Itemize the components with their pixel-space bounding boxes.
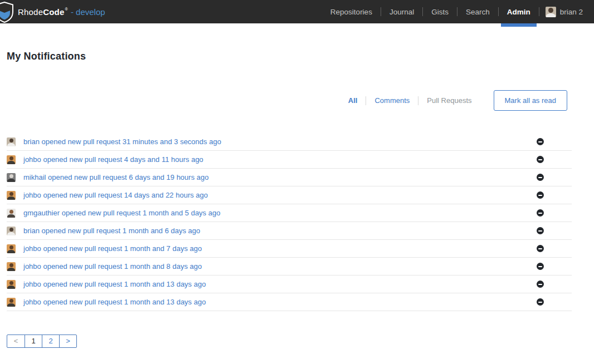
notification-link[interactable]: mikhail opened new pull request 6 days a… <box>23 173 208 181</box>
notification-row: mikhail opened new pull request 6 days a… <box>7 169 572 186</box>
nav-separator <box>539 7 539 16</box>
notification-row: johbo opened new pull request 1 month an… <box>7 276 572 293</box>
mark-all-as-read-button[interactable]: Mark all as read <box>494 90 567 111</box>
dismiss-notification-button[interactable] <box>537 227 544 234</box>
nav-item-journal[interactable]: Journal <box>387 0 416 23</box>
dismiss-notification-button[interactable] <box>537 156 544 163</box>
notification-row: johbo opened new pull request 14 days an… <box>7 186 572 204</box>
rhodecode-logo-icon <box>0 0 14 23</box>
minus-circle-icon <box>537 298 544 306</box>
filter-comments[interactable]: Comments <box>374 96 410 105</box>
avatar <box>7 191 16 200</box>
dismiss-notification-button[interactable] <box>537 138 544 145</box>
nav-separator <box>498 7 499 16</box>
notification-row: johbo opened new pull request 1 month an… <box>7 240 572 258</box>
avatar <box>7 137 16 146</box>
nav-separator <box>457 7 457 16</box>
notification-row: johbo opened new pull request 1 month an… <box>7 293 572 311</box>
notification-link[interactable]: johbo opened new pull request 1 month an… <box>23 280 206 288</box>
notification-link[interactable]: johbo opened new pull request 1 month an… <box>23 298 206 306</box>
pagination-next[interactable]: > <box>59 335 76 347</box>
pagination-page-2[interactable]: 2 <box>42 335 59 347</box>
filter-pull-requests[interactable]: Pull Requests <box>427 96 471 105</box>
nav-item-repositories[interactable]: Repositories <box>328 0 374 23</box>
top-navbar: RhodeCode® - develop Repositories Journa… <box>0 0 594 23</box>
filter-all[interactable]: All <box>348 96 358 105</box>
pagination: < 1 2 > <box>7 335 77 348</box>
nav-item-admin[interactable]: Admin <box>505 0 533 23</box>
notification-link[interactable]: johbo opened new pull request 4 days and… <box>23 155 203 164</box>
minus-circle-icon <box>537 209 544 217</box>
main-navigation: Repositories Journal Gists Search Admin … <box>328 0 583 23</box>
dismiss-notification-button[interactable] <box>537 298 544 306</box>
pagination-page-1[interactable]: 1 <box>25 335 42 347</box>
dismiss-notification-button[interactable] <box>537 209 544 217</box>
notification-link[interactable]: brian opened new pull request 31 minutes… <box>23 137 221 146</box>
nav-separator <box>381 7 381 16</box>
nav-separator <box>422 7 423 16</box>
user-avatar <box>546 7 556 17</box>
dismiss-notification-button[interactable] <box>537 191 544 199</box>
notification-link[interactable]: johbo opened new pull request 1 month an… <box>23 262 202 270</box>
notification-row: brian opened new pull request 31 minutes… <box>7 133 572 151</box>
notification-link[interactable]: gmgauthier opened new pull request 1 mon… <box>23 209 220 217</box>
avatar <box>7 298 16 307</box>
notification-row: johbo opened new pull request 4 days and… <box>7 151 572 169</box>
dismiss-notification-button[interactable] <box>537 174 544 181</box>
avatar <box>7 262 16 271</box>
avatar <box>7 155 16 164</box>
minus-circle-icon <box>537 138 544 145</box>
notification-link[interactable]: johbo opened new pull request 14 days an… <box>23 191 208 199</box>
user-name: brian 2 <box>560 8 583 16</box>
minus-circle-icon <box>537 174 544 181</box>
avatar <box>7 280 16 289</box>
filter-separator <box>418 96 418 105</box>
notification-row: brian opened new pull request 1 month an… <box>7 222 572 240</box>
brand-link[interactable]: RhodeCode® - develop <box>0 0 105 23</box>
brand-branch-label: - develop <box>71 7 105 17</box>
minus-circle-icon <box>537 227 544 234</box>
notification-list: brian opened new pull request 31 minutes… <box>7 133 572 311</box>
avatar <box>7 209 16 218</box>
notification-row: gmgauthier opened new pull request 1 mon… <box>7 204 572 222</box>
avatar <box>7 173 16 182</box>
notification-link[interactable]: brian opened new pull request 1 month an… <box>23 227 200 235</box>
filter-separator <box>366 96 366 105</box>
minus-circle-icon <box>537 191 544 199</box>
notification-link[interactable]: johbo opened new pull request 1 month an… <box>23 244 202 253</box>
minus-circle-icon <box>537 245 544 252</box>
dismiss-notification-button[interactable] <box>537 281 544 288</box>
page-title: My Notifications <box>7 51 594 62</box>
nav-item-gists[interactable]: Gists <box>429 0 451 23</box>
user-menu[interactable]: brian 2 <box>546 7 583 17</box>
avatar <box>7 244 16 253</box>
dismiss-notification-button[interactable] <box>537 263 544 270</box>
dismiss-notification-button[interactable] <box>537 245 544 252</box>
notification-row: johbo opened new pull request 1 month an… <box>7 258 572 276</box>
avatar <box>7 227 16 235</box>
brand-name: RhodeCode® <box>18 7 68 17</box>
pagination-prev[interactable]: < <box>7 335 25 347</box>
notification-filterbar: All Comments Pull Requests Mark all as r… <box>0 90 567 111</box>
nav-item-search[interactable]: Search <box>464 0 492 23</box>
minus-circle-icon <box>537 281 544 288</box>
minus-circle-icon <box>537 156 544 163</box>
minus-circle-icon <box>537 263 544 270</box>
